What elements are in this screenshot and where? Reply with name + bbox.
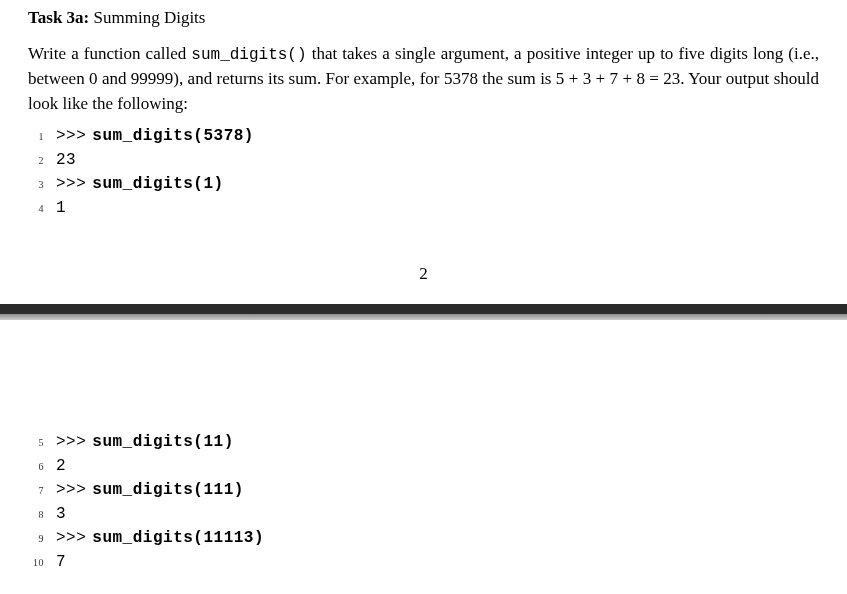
code-line: 8 3	[28, 502, 819, 526]
repl-prompt: >>>	[56, 172, 86, 196]
repl-prompt: >>>	[56, 526, 86, 550]
code-call: sum_digits(11)	[92, 430, 233, 454]
code-output: 7	[56, 550, 66, 574]
task-description: Write a function called sum_digits() tha…	[28, 42, 819, 116]
desc-fn-name: sum_digits()	[191, 46, 306, 64]
line-number: 8	[28, 507, 44, 522]
code-line: 6 2	[28, 454, 819, 478]
line-number: 10	[28, 555, 44, 570]
code-line: 2 23	[28, 148, 819, 172]
code-output: 2	[56, 454, 66, 478]
code-output: 3	[56, 502, 66, 526]
line-number: 2	[28, 153, 44, 168]
line-number: 7	[28, 483, 44, 498]
line-number: 3	[28, 177, 44, 192]
code-call: sum_digits(5378)	[92, 124, 254, 148]
page-divider	[0, 304, 847, 320]
code-line: 1 >>> sum_digits(5378)	[28, 124, 819, 148]
line-number: 5	[28, 435, 44, 450]
code-line: 3 >>> sum_digits(1)	[28, 172, 819, 196]
line-number: 9	[28, 531, 44, 546]
page-number: 2	[0, 264, 847, 284]
code-call: sum_digits(1)	[92, 172, 223, 196]
code-block-bottom: 5 >>> sum_digits(11) 6 2 7 >>> sum_digit…	[0, 430, 847, 574]
line-number: 1	[28, 129, 44, 144]
repl-prompt: >>>	[56, 478, 86, 502]
code-line: 9 >>> sum_digits(11113)	[28, 526, 819, 550]
code-line: 10 7	[28, 550, 819, 574]
repl-prompt: >>>	[56, 430, 86, 454]
desc-pre: Write a function called	[28, 44, 191, 63]
task-heading-rest: Summing Digits	[89, 8, 205, 27]
code-line: 5 >>> sum_digits(11)	[28, 430, 819, 454]
code-line: 7 >>> sum_digits(111)	[28, 478, 819, 502]
page-top-section: Task 3a: Summing Digits Write a function…	[0, 0, 847, 116]
code-call: sum_digits(111)	[92, 478, 244, 502]
code-call: sum_digits(11113)	[92, 526, 264, 550]
code-block-top: 1 >>> sum_digits(5378) 2 23 3 >>> sum_di…	[0, 124, 847, 220]
repl-prompt: >>>	[56, 124, 86, 148]
line-number: 4	[28, 201, 44, 216]
line-number: 6	[28, 459, 44, 474]
code-output: 23	[56, 148, 76, 172]
task-heading-bold: Task 3a:	[28, 8, 89, 27]
code-output: 1	[56, 196, 66, 220]
code-line: 4 1	[28, 196, 819, 220]
task-heading: Task 3a: Summing Digits	[28, 8, 819, 28]
